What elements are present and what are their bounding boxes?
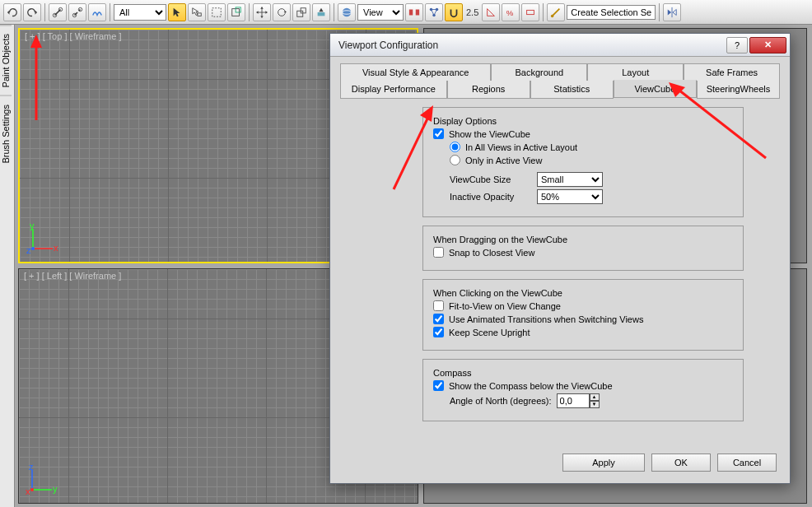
ref-coord-select[interactable]: View: [357, 4, 404, 21]
snap-value: 2.5: [464, 7, 480, 17]
manipulate-icon[interactable]: [425, 3, 443, 21]
svg-marker-1: [35, 10, 38, 14]
snap-toggle-icon[interactable]: [445, 3, 463, 21]
chk-fit-view[interactable]: [433, 300, 444, 311]
svg-marker-21: [319, 7, 323, 11]
svg-rect-25: [416, 9, 419, 15]
svg-text:x: x: [26, 486, 30, 496]
svg-rect-8: [198, 12, 201, 16]
tab-viewcube[interactable]: ViewCube: [614, 80, 697, 98]
link-icon[interactable]: [49, 3, 67, 21]
bind-icon[interactable]: [88, 3, 106, 21]
dialog-title: Viewport Configuration: [338, 40, 726, 51]
selection-filter-select[interactable]: All: [114, 4, 166, 21]
apply-button[interactable]: Apply: [562, 454, 645, 472]
tab-safeframes[interactable]: Safe Frames: [684, 63, 780, 81]
group-display-options: Display Options Show the ViewCube In All…: [422, 107, 744, 217]
svg-marker-12: [260, 7, 264, 9]
svg-marker-6: [174, 7, 180, 16]
move-icon[interactable]: [253, 3, 271, 21]
svg-point-38: [31, 247, 35, 250]
edit-named-sel-icon[interactable]: [547, 3, 565, 21]
svg-point-22: [343, 7, 352, 16]
svg-rect-24: [409, 9, 413, 15]
pivot-icon[interactable]: [405, 3, 423, 21]
redo-icon[interactable]: [23, 3, 41, 21]
spin-north-angle[interactable]: [557, 393, 590, 408]
chk-snap-closest[interactable]: [433, 247, 444, 258]
svg-rect-9: [212, 7, 222, 16]
tab-background[interactable]: Background: [491, 63, 587, 81]
svg-text:y: y: [53, 484, 58, 494]
svg-text:y: y: [30, 222, 35, 230]
select-object-icon[interactable]: [168, 3, 186, 21]
mirror-icon[interactable]: [663, 3, 681, 21]
svg-marker-33: [673, 9, 676, 15]
window-crossing-icon[interactable]: [227, 3, 245, 21]
select-region-rect-icon[interactable]: [208, 3, 226, 21]
chk-upright[interactable]: [433, 327, 444, 337]
tab-row-2: Display Performance Regions Statistics V…: [340, 81, 780, 99]
svg-text:%: %: [506, 7, 514, 16]
ref-coord-icon[interactable]: [338, 3, 356, 21]
rotate-icon[interactable]: [273, 3, 291, 21]
svg-marker-17: [284, 11, 287, 12]
svg-rect-11: [236, 7, 240, 12]
undo-icon[interactable]: [3, 3, 21, 21]
svg-rect-18: [297, 11, 303, 16]
svg-point-31: [551, 14, 554, 17]
tab-regions[interactable]: Regions: [447, 81, 530, 99]
svg-text:x: x: [54, 243, 58, 253]
help-button[interactable]: ?: [726, 37, 748, 53]
scale-icon[interactable]: [292, 3, 310, 21]
svg-marker-32: [668, 9, 671, 15]
group-clicking: When Clicking on the ViewCube Fit-to-Vie…: [422, 279, 744, 351]
axis-gizmo-top: xyz: [26, 222, 59, 255]
svg-rect-30: [527, 10, 534, 14]
dialog-titlebar[interactable]: Viewport Configuration ? ✕: [330, 34, 790, 57]
close-button[interactable]: ✕: [749, 37, 786, 53]
tab-statistics[interactable]: Statistics: [530, 81, 614, 99]
side-tab-paint[interactable]: Paint Objects: [0, 25, 12, 95]
radio-all-views[interactable]: [450, 142, 460, 152]
viewport-top-label[interactable]: [ + ] [ Top ] [ Wireframe ]: [25, 31, 121, 41]
svg-marker-0: [7, 10, 10, 14]
axis-gizmo-left: yzx: [26, 463, 58, 496]
svg-rect-20: [318, 12, 325, 16]
side-tab-brush[interactable]: Brush Settings: [0, 95, 12, 172]
tab-layout[interactable]: Layout: [587, 63, 684, 81]
combo-opacity[interactable]: 50%: [537, 189, 603, 204]
group-dragging: When Dragging on the ViewCube Snap to Cl…: [422, 226, 744, 271]
percent-snap-icon[interactable]: %: [502, 3, 520, 21]
spinner-snap-icon[interactable]: [521, 3, 539, 21]
named-selection-input[interactable]: [567, 5, 656, 20]
chk-compass[interactable]: [433, 380, 444, 391]
tab-steeringwheels[interactable]: SteeringWheels: [697, 81, 780, 99]
placement-icon[interactable]: [312, 3, 330, 21]
tab-visual[interactable]: Visual Style & Appearance: [340, 63, 491, 81]
angle-snap-icon[interactable]: [482, 3, 500, 21]
combo-viewcube-size[interactable]: Small: [537, 172, 603, 187]
svg-marker-14: [256, 11, 259, 14]
svg-point-44: [30, 488, 34, 491]
svg-text:z: z: [29, 463, 34, 472]
svg-text:z: z: [26, 245, 31, 255]
main-toolbar: All View 2.5 %: [0, 0, 812, 25]
ok-button[interactable]: OK: [651, 454, 711, 472]
radio-active-view[interactable]: [450, 155, 460, 165]
tab-row-1: Visual Style & Appearance Background Lay…: [340, 63, 780, 81]
spin-buttons[interactable]: ▲▼: [590, 393, 600, 408]
group-compass: Compass Show the Compass below the ViewC…: [422, 359, 744, 421]
side-tabs: Paint Objects Brush Settings: [0, 25, 15, 507]
svg-marker-13: [260, 16, 264, 18]
tab-displayperf[interactable]: Display Performance: [340, 81, 447, 99]
svg-marker-15: [265, 11, 268, 14]
unlink-icon[interactable]: [68, 3, 86, 21]
cancel-button[interactable]: Cancel: [717, 454, 777, 472]
chk-show-viewcube[interactable]: [433, 128, 444, 139]
viewport-left-label[interactable]: [ + ] [ Left ] [ Wireframe ]: [24, 271, 121, 281]
select-name-icon[interactable]: [188, 3, 206, 21]
chk-animated[interactable]: [433, 314, 444, 324]
viewport-config-dialog: Viewport Configuration ? ✕ Visual Style …: [329, 33, 791, 484]
